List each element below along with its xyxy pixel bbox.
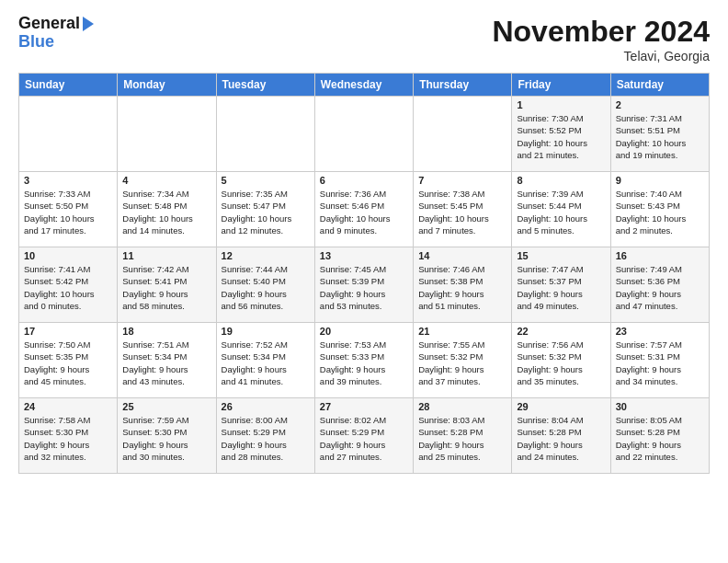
column-header-saturday: Saturday — [610, 74, 709, 97]
calendar-cell — [216, 97, 314, 172]
day-number: 19 — [222, 326, 310, 337]
calendar-body: 1Sunrise: 7:30 AMSunset: 5:52 PMDaylight… — [19, 97, 710, 474]
day-number: 24 — [24, 401, 112, 412]
calendar-cell: 17Sunrise: 7:50 AMSunset: 5:35 PMDayligh… — [19, 323, 118, 398]
day-number: 13 — [320, 250, 408, 261]
calendar-week-2: 10Sunrise: 7:41 AMSunset: 5:42 PMDayligh… — [19, 247, 710, 323]
location: Telavi, Georgia — [492, 49, 710, 63]
day-info: Sunrise: 7:46 AMSunset: 5:38 PMDaylight:… — [418, 263, 506, 312]
day-info: Sunrise: 7:52 AMSunset: 5:34 PMDaylight:… — [222, 339, 310, 387]
calendar-cell: 25Sunrise: 7:59 AMSunset: 5:30 PMDayligh… — [118, 398, 216, 474]
day-info: Sunrise: 7:30 AMSunset: 5:52 PMDaylight:… — [517, 112, 605, 161]
calendar-cell: 23Sunrise: 7:57 AMSunset: 5:31 PMDayligh… — [610, 323, 709, 398]
calendar-week-0: 1Sunrise: 7:30 AMSunset: 5:52 PMDaylight… — [19, 97, 710, 172]
day-number: 6 — [320, 175, 408, 186]
calendar-cell — [314, 97, 413, 172]
day-number: 1 — [517, 99, 605, 110]
logo-blue: Blue — [18, 33, 94, 52]
calendar-cell: 27Sunrise: 8:02 AMSunset: 5:29 PMDayligh… — [314, 398, 413, 474]
calendar-cell: 29Sunrise: 8:04 AMSunset: 5:28 PMDayligh… — [512, 398, 610, 474]
calendar-cell: 30Sunrise: 8:05 AMSunset: 5:28 PMDayligh… — [610, 398, 709, 474]
calendar-cell: 18Sunrise: 7:51 AMSunset: 5:34 PMDayligh… — [118, 323, 216, 398]
calendar-week-3: 17Sunrise: 7:50 AMSunset: 5:35 PMDayligh… — [19, 323, 710, 398]
day-number: 15 — [517, 250, 605, 261]
day-info: Sunrise: 7:35 AMSunset: 5:47 PMDaylight:… — [222, 188, 310, 236]
day-number: 29 — [517, 401, 605, 412]
column-header-thursday: Thursday — [414, 74, 512, 97]
calendar-cell — [118, 97, 216, 172]
calendar-cell: 3Sunrise: 7:33 AMSunset: 5:50 PMDaylight… — [19, 172, 118, 247]
day-number: 10 — [24, 250, 112, 261]
day-info: Sunrise: 7:51 AMSunset: 5:34 PMDaylight:… — [122, 339, 210, 387]
day-number: 16 — [616, 250, 704, 261]
day-info: Sunrise: 7:34 AMSunset: 5:48 PMDaylight:… — [122, 188, 210, 236]
calendar-cell: 5Sunrise: 7:35 AMSunset: 5:47 PMDaylight… — [216, 172, 314, 247]
day-number: 8 — [517, 175, 605, 186]
day-number: 3 — [24, 175, 112, 186]
calendar-week-4: 24Sunrise: 7:58 AMSunset: 5:30 PMDayligh… — [19, 398, 710, 474]
day-number: 28 — [418, 401, 506, 412]
day-info: Sunrise: 7:55 AMSunset: 5:32 PMDaylight:… — [418, 339, 506, 387]
day-info: Sunrise: 8:03 AMSunset: 5:28 PMDaylight:… — [418, 414, 506, 463]
calendar-cell: 1Sunrise: 7:30 AMSunset: 5:52 PMDaylight… — [512, 97, 610, 172]
header: General Blue November 2024 Telavi, Georg… — [18, 15, 710, 63]
day-info: Sunrise: 8:00 AMSunset: 5:29 PMDaylight:… — [222, 414, 310, 463]
logo-arrow-icon — [83, 17, 94, 31]
day-number: 21 — [418, 326, 506, 337]
calendar-cell — [414, 97, 512, 172]
logo: General Blue — [18, 15, 94, 52]
calendar-cell: 16Sunrise: 7:49 AMSunset: 5:36 PMDayligh… — [610, 247, 709, 323]
calendar-cell: 21Sunrise: 7:55 AMSunset: 5:32 PMDayligh… — [414, 323, 512, 398]
day-number: 20 — [320, 326, 408, 337]
day-number: 12 — [222, 250, 310, 261]
day-number: 23 — [616, 326, 704, 337]
day-number: 30 — [616, 401, 704, 412]
day-info: Sunrise: 7:56 AMSunset: 5:32 PMDaylight:… — [517, 339, 605, 387]
day-number: 26 — [222, 401, 310, 412]
page: General Blue November 2024 Telavi, Georg… — [0, 0, 728, 483]
day-number: 25 — [122, 401, 210, 412]
column-header-friday: Friday — [512, 74, 610, 97]
calendar-cell: 2Sunrise: 7:31 AMSunset: 5:51 PMDaylight… — [610, 97, 709, 172]
calendar-cell: 22Sunrise: 7:56 AMSunset: 5:32 PMDayligh… — [512, 323, 610, 398]
day-info: Sunrise: 7:49 AMSunset: 5:36 PMDaylight:… — [616, 263, 704, 312]
day-info: Sunrise: 7:50 AMSunset: 5:35 PMDaylight:… — [24, 339, 112, 387]
day-info: Sunrise: 8:02 AMSunset: 5:29 PMDaylight:… — [320, 414, 408, 463]
calendar-cell: 15Sunrise: 7:47 AMSunset: 5:37 PMDayligh… — [512, 247, 610, 323]
day-info: Sunrise: 7:57 AMSunset: 5:31 PMDaylight:… — [616, 339, 704, 387]
calendar-cell: 10Sunrise: 7:41 AMSunset: 5:42 PMDayligh… — [19, 247, 118, 323]
column-header-tuesday: Tuesday — [216, 74, 314, 97]
day-number: 2 — [616, 99, 704, 110]
calendar-cell: 9Sunrise: 7:40 AMSunset: 5:43 PMDaylight… — [610, 172, 709, 247]
calendar-cell: 28Sunrise: 8:03 AMSunset: 5:28 PMDayligh… — [414, 398, 512, 474]
day-info: Sunrise: 8:04 AMSunset: 5:28 PMDaylight:… — [517, 414, 605, 463]
day-info: Sunrise: 7:33 AMSunset: 5:50 PMDaylight:… — [24, 188, 112, 236]
calendar-week-1: 3Sunrise: 7:33 AMSunset: 5:50 PMDaylight… — [19, 172, 710, 247]
day-info: Sunrise: 7:47 AMSunset: 5:37 PMDaylight:… — [517, 263, 605, 312]
day-info: Sunrise: 7:41 AMSunset: 5:42 PMDaylight:… — [24, 263, 112, 312]
day-number: 27 — [320, 401, 408, 412]
logo-name: General — [18, 15, 94, 33]
day-number: 7 — [418, 175, 506, 186]
day-info: Sunrise: 7:40 AMSunset: 5:43 PMDaylight:… — [616, 188, 704, 236]
calendar-cell: 24Sunrise: 7:58 AMSunset: 5:30 PMDayligh… — [19, 398, 118, 474]
calendar-cell: 14Sunrise: 7:46 AMSunset: 5:38 PMDayligh… — [414, 247, 512, 323]
calendar-header-row: SundayMondayTuesdayWednesdayThursdayFrid… — [19, 74, 710, 97]
calendar-table: SundayMondayTuesdayWednesdayThursdayFrid… — [18, 73, 710, 474]
day-info: Sunrise: 7:36 AMSunset: 5:46 PMDaylight:… — [320, 188, 408, 236]
calendar-cell: 7Sunrise: 7:38 AMSunset: 5:45 PMDaylight… — [414, 172, 512, 247]
calendar-cell: 19Sunrise: 7:52 AMSunset: 5:34 PMDayligh… — [216, 323, 314, 398]
calendar-cell: 26Sunrise: 8:00 AMSunset: 5:29 PMDayligh… — [216, 398, 314, 474]
day-number: 9 — [616, 175, 704, 186]
day-number: 22 — [517, 326, 605, 337]
day-number: 11 — [122, 250, 210, 261]
day-info: Sunrise: 7:42 AMSunset: 5:41 PMDaylight:… — [122, 263, 210, 312]
day-info: Sunrise: 7:58 AMSunset: 5:30 PMDaylight:… — [24, 414, 112, 463]
day-info: Sunrise: 8:05 AMSunset: 5:28 PMDaylight:… — [616, 414, 704, 463]
day-info: Sunrise: 7:45 AMSunset: 5:39 PMDaylight:… — [320, 263, 408, 312]
day-number: 4 — [122, 175, 210, 186]
calendar-cell: 12Sunrise: 7:44 AMSunset: 5:40 PMDayligh… — [216, 247, 314, 323]
month-title: November 2024 — [492, 15, 710, 49]
calendar-cell: 8Sunrise: 7:39 AMSunset: 5:44 PMDaylight… — [512, 172, 610, 247]
column-header-wednesday: Wednesday — [314, 74, 413, 97]
